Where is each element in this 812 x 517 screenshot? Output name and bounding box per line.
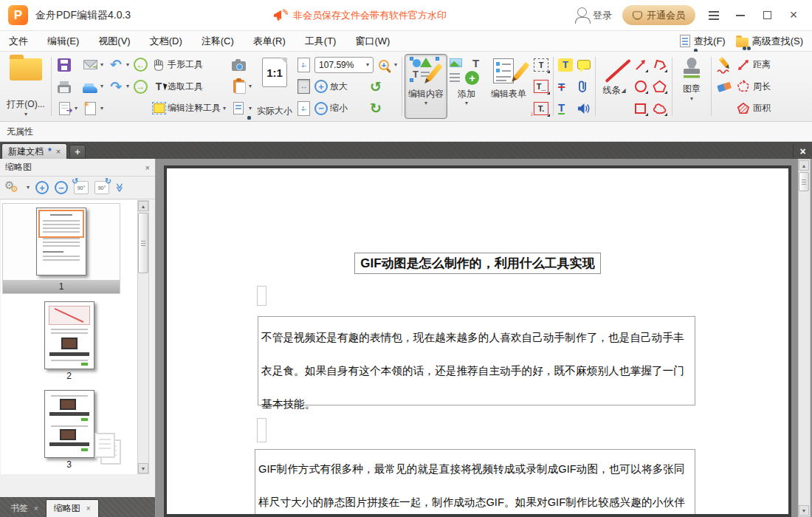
tab-thumbnails[interactable]: 缩略图 × (46, 499, 99, 517)
polyline-shape-button[interactable] (652, 58, 667, 72)
thumbnail-page-1[interactable]: 1 (2, 203, 120, 294)
edit-content-button[interactable]: T 编辑内容 ▾ (405, 54, 447, 119)
panel-close-icon[interactable]: × (145, 163, 150, 172)
thumbnails-tab-close-icon[interactable]: × (86, 504, 91, 513)
document-scrollbar-thumb[interactable] (799, 172, 809, 191)
document-scrollbar[interactable]: ▲ ▼ (798, 159, 811, 517)
tab-bookmarks[interactable]: 书签 × (3, 499, 46, 517)
tab-close-icon[interactable]: × (56, 147, 61, 156)
new-document-button[interactable]: ✳▾ (80, 98, 105, 118)
fit-width-button[interactable]: ↔ (296, 77, 312, 97)
page-2-thumb[interactable] (44, 301, 94, 369)
fit-page-button[interactable]: ↔↔ (296, 55, 312, 75)
marquee-zoom-button[interactable]: + (376, 57, 392, 73)
nav-forward-button[interactable]: → (132, 77, 149, 97)
zoom-in-button[interactable]: 放大 (330, 81, 348, 93)
paragraph-frame-1[interactable]: 不管是视频还是有趣的表情包，现在越来越多的人喜欢自己动手制作了，也是自己动手丰 … (258, 316, 695, 405)
fit-visible-button[interactable]: ↔↔ (296, 98, 312, 118)
attachment-button[interactable] (576, 77, 592, 97)
open-file-button[interactable]: 打开(O)... ▾ (3, 54, 49, 119)
empty-text-frame-1[interactable] (257, 286, 266, 306)
line-tool-button[interactable]: 线条◢ (598, 54, 630, 119)
undo-button[interactable]: ↶▾ (106, 55, 131, 75)
cloud-shape-button[interactable] (652, 101, 667, 116)
menu-file[interactable]: 文件 (9, 35, 28, 48)
advanced-find-button[interactable]: 高级查找(S) (736, 35, 803, 48)
eraser-button[interactable] (715, 77, 735, 97)
collapse-icon[interactable]: ≫ (114, 183, 125, 193)
tab-new-document[interactable]: 新建文档 * × (1, 143, 67, 159)
snapshot-button[interactable] (229, 55, 253, 75)
thumbnail-scrollbar[interactable]: ▲ ▼ (137, 200, 149, 474)
document-title-frame[interactable]: GIF动图是怎么制作的，利用什么工具实现 (167, 253, 788, 274)
sound-annotation-button[interactable] (576, 98, 592, 118)
arrow-shape-button[interactable] (633, 58, 648, 72)
scroll-up-icon[interactable]: ▲ (138, 201, 148, 211)
menu-comment[interactable]: 注释(C) (202, 35, 234, 48)
doc-scroll-down-icon[interactable]: ▼ (799, 505, 809, 516)
doc-scroll-up-icon[interactable]: ▲ (799, 160, 809, 171)
stamp-button[interactable]: 图章 ▾ (675, 54, 709, 119)
menu-edit[interactable]: 编辑(E) (47, 35, 79, 48)
save-button[interactable] (55, 55, 79, 75)
maximize-button[interactable] (759, 7, 775, 24)
page-1-thumb[interactable] (36, 208, 86, 275)
thumbnail-zoom-out-button[interactable]: − (55, 181, 68, 194)
close-document-area-button[interactable]: × (793, 144, 812, 159)
zoom-out-button[interactable]: 缩小 (330, 102, 348, 114)
thumbnail-scrollbar-thumb[interactable] (138, 213, 148, 273)
main-menu-button[interactable] (706, 7, 722, 24)
menu-form[interactable]: 表单(R) (253, 35, 286, 48)
login-button[interactable]: 登录 (575, 7, 612, 24)
open-vip-button[interactable]: 开通会员 (622, 5, 695, 25)
edit-form-button[interactable]: 编辑表单 (486, 54, 531, 119)
underline-text-button[interactable]: T (557, 98, 574, 118)
new-tab-button[interactable]: + (69, 145, 86, 159)
search-document-button[interactable]: ▾ (229, 98, 253, 118)
menu-view[interactable]: 视图(V) (98, 35, 130, 48)
measure-distance-button[interactable]: 距离 (737, 55, 771, 75)
rotate-right-90-button[interactable]: 90° (94, 181, 109, 194)
sticky-note-button[interactable] (576, 55, 592, 75)
email-button[interactable]: ➜▾ (80, 55, 105, 75)
textbox-tool-button[interactable]: T (532, 55, 550, 75)
text-field-tool-button[interactable]: T_ (532, 77, 550, 97)
measure-perimeter-button[interactable]: 周长 (737, 77, 771, 97)
select-tool-button[interactable]: T 选取工具 (151, 77, 227, 97)
page-3-thumb[interactable] (44, 390, 94, 458)
print-button[interactable] (55, 77, 79, 97)
strikethrough-text-button[interactable]: T (557, 77, 574, 97)
close-button[interactable]: × (785, 7, 802, 24)
bookmarks-tab-close-icon[interactable]: × (34, 504, 38, 513)
thumbnail-settings-button[interactable]: ⚙⚙ (4, 180, 21, 195)
menu-window[interactable]: 窗口(W) (355, 35, 390, 48)
circle-shape-button[interactable] (633, 79, 648, 94)
text-callout-tool-button[interactable]: ↓T. (532, 98, 550, 118)
measure-area-button[interactable]: 面积 (737, 98, 771, 118)
rotate-left-icon[interactable]: ↺ (370, 80, 382, 94)
menu-document[interactable]: 文档(D) (150, 35, 182, 48)
thumbnail-page-2[interactable]: 2 (1, 301, 137, 383)
scan-button[interactable]: ▾ (80, 77, 105, 97)
highlight-text-button[interactable]: T (557, 55, 574, 75)
rotate-left-90-button[interactable]: 90° (74, 181, 89, 194)
actual-size-button[interactable]: 1:1 实际大小 (254, 54, 295, 119)
export-button[interactable]: ➜▾ (55, 98, 79, 118)
empty-text-frame-2[interactable] (257, 418, 266, 442)
nav-back-button[interactable]: ← (132, 55, 149, 75)
menu-tools[interactable]: 工具(T) (305, 35, 337, 48)
minimize-button[interactable] (732, 7, 749, 24)
redo-button[interactable]: ↷▾ (106, 77, 131, 97)
scroll-down-icon[interactable]: ▼ (138, 463, 148, 473)
paragraph-frame-2[interactable]: GIF制作方式有很多种，最常见的就是直接将视频转成或录制成GIF动图，也可以将多… (255, 449, 695, 517)
add-content-button[interactable]: T + 添加 ▾ (447, 54, 486, 119)
pencil-annotation-button[interactable] (715, 55, 735, 75)
find-button[interactable]: 查找(F) (680, 35, 726, 48)
rotate-right-icon[interactable]: ↻ (370, 101, 382, 115)
hand-tool-button[interactable]: 手形工具 (151, 55, 227, 75)
zoom-level-combobox[interactable]: 107.59% ▾ (314, 57, 374, 73)
thumbnail-zoom-in-button[interactable]: + (35, 181, 49, 194)
edit-annotation-tool-button[interactable]: 编辑注释工具 ▾ (151, 98, 227, 118)
rectangle-shape-button[interactable] (633, 101, 648, 116)
paste-button[interactable]: ▾ (229, 77, 253, 97)
